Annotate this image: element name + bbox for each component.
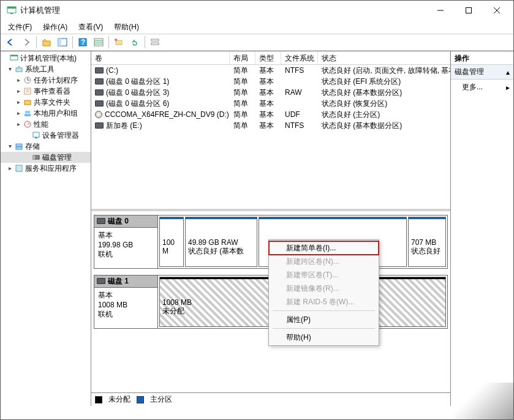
legend-bar: 未分配 主分区 (91, 392, 450, 406)
event-icon (23, 86, 32, 96)
diskmgmt-icon (31, 152, 41, 162)
volume-list[interactable]: 卷 布局 类型 文件系统 状态 (C:)简单基本NTFS状态良好 (启动, 页面… (91, 51, 450, 211)
menu-action[interactable]: 操作(A) (38, 20, 72, 34)
svg-point-31 (28, 111, 30, 113)
svg-rect-37 (16, 144, 22, 146)
disk0-title: 磁盘 0 (108, 216, 129, 227)
disk0-vol3[interactable]: 707 MB状态良好 (408, 217, 446, 267)
svg-rect-9 (58, 39, 61, 46)
tree-services[interactable]: 服务和应用程序 (25, 163, 77, 174)
forward-button[interactable] (19, 35, 34, 50)
ctx-new-simple-volume[interactable]: 新建简单卷(I)... (269, 241, 379, 255)
menu-view[interactable]: 查看(V) (74, 20, 108, 34)
menu-file[interactable]: 文件(F) (3, 20, 37, 34)
close-button[interactable] (483, 1, 511, 20)
help-button[interactable]: ? (75, 35, 90, 50)
show-hide-tree-button[interactable] (55, 35, 70, 50)
svg-rect-41 (16, 165, 22, 171)
expand-icon[interactable]: ▸ (14, 119, 23, 130)
settings-button[interactable] (111, 35, 126, 50)
collapse-icon: ▴ (506, 68, 510, 77)
ctx-new-raid5-volume: 新建 RAID-5 卷(W)... (269, 295, 379, 309)
disk0-info: 磁盘 0 基本 199.98 GB 联机 (94, 216, 158, 268)
view-button[interactable] (91, 35, 106, 50)
tree-event[interactable]: 事件查看器 (34, 86, 70, 97)
tree-perf[interactable]: 性能 (34, 119, 48, 130)
svg-rect-36 (35, 137, 37, 138)
window-title: 计算机管理 (20, 5, 60, 16)
disk-icon (97, 278, 105, 284)
svg-rect-4 (466, 8, 472, 13)
ctx-help[interactable]: 帮助(H) (269, 331, 379, 344)
table-row[interactable]: CCCOMA_X64FRE_ZH-CN_DV9 (D:)简单基本UDF状态良好 … (91, 109, 450, 120)
menu-help[interactable]: 帮助(H) (109, 20, 144, 34)
ctx-new-striped-volume: 新建带区卷(T)... (269, 268, 379, 282)
col-volume[interactable]: 卷 (91, 51, 230, 64)
cd-icon (95, 111, 102, 118)
volume-name: (磁盘 0 磁盘分区 6) (106, 99, 169, 109)
title-bar: 计算机管理 (1, 1, 513, 20)
col-layout[interactable]: 布局 (230, 51, 255, 64)
actions-more[interactable]: 更多...▸ (451, 80, 513, 95)
svg-rect-22 (16, 68, 22, 72)
table-row[interactable]: (磁盘 0 磁盘分区 1)简单基本状态良好 (EFI 系统分区) (91, 76, 450, 87)
tree-devmgr[interactable]: 设备管理器 (42, 130, 79, 141)
actions-header: 操作 (451, 51, 513, 65)
disk0-vol1[interactable]: 100 M (159, 217, 184, 267)
expand-icon[interactable]: ▾ (6, 64, 14, 75)
disk-icon (97, 218, 105, 224)
device-icon (31, 130, 41, 140)
app-icon (7, 6, 17, 15)
tree-storage[interactable]: 存储 (25, 141, 40, 152)
volume-name: (C:) (106, 66, 118, 75)
menu-bar: 文件(F) 操作(A) 查看(V) 帮助(H) (1, 20, 513, 34)
perf-icon (23, 119, 32, 129)
col-fs[interactable]: 文件系统 (281, 51, 318, 64)
ctx-new-spanned-volume: 新建跨区卷(N)... (269, 255, 379, 268)
tree-share[interactable]: 共享文件夹 (34, 97, 70, 108)
legend-primary: 主分区 (150, 394, 172, 405)
disk-icon (95, 67, 104, 73)
col-type[interactable]: 类型 (255, 51, 281, 64)
svg-rect-21 (10, 55, 18, 56)
navigation-tree[interactable]: 计算机管理(本地) ▾系统工具 ▸任务计划程序 ▸事件查看器 ▸共享文件夹 ▸本… (1, 51, 91, 406)
tree-systools[interactable]: 系统工具 (25, 64, 55, 75)
ctx-new-mirrored-volume: 新建镜像卷(R)... (269, 282, 379, 295)
tree-task[interactable]: 任务计划程序 (34, 75, 78, 86)
minimize-button[interactable] (426, 1, 455, 20)
ctx-properties[interactable]: 属性(P) (269, 313, 379, 326)
svg-point-30 (25, 111, 28, 113)
svg-text:?: ? (81, 38, 85, 47)
toolbar: ? (1, 34, 513, 51)
expand-icon[interactable]: ▸ (14, 86, 23, 97)
tree-root[interactable]: 计算机管理(本地) (20, 53, 77, 64)
computer-icon (9, 53, 19, 63)
menu-separator (273, 328, 375, 329)
expand-icon[interactable]: ▸ (14, 75, 23, 86)
expand-icon[interactable]: ▸ (14, 97, 23, 108)
actions-group-diskmgmt[interactable]: 磁盘管理▴ (451, 65, 513, 80)
list-header: 卷 布局 类型 文件系统 状态 (91, 51, 450, 65)
tree-users[interactable]: 本地用户和组 (34, 108, 78, 119)
svg-rect-40 (33, 156, 35, 159)
disk0-vol2[interactable]: 49.89 GB RAW状态良好 (基本数 (185, 217, 257, 267)
expand-icon[interactable]: ▸ (14, 108, 23, 119)
up-button[interactable] (39, 35, 54, 50)
table-row[interactable]: (磁盘 0 磁盘分区 3)简单基本RAW状态良好 (基本数据分区) (91, 87, 450, 98)
svg-rect-7 (43, 41, 50, 46)
tree-diskmgmt-row[interactable]: 磁盘管理 (1, 152, 91, 163)
refresh-button[interactable] (127, 35, 142, 50)
maximize-button[interactable] (455, 1, 483, 20)
table-row[interactable]: (磁盘 0 磁盘分区 6)简单基本状态良好 (恢复分区) (91, 98, 450, 109)
watermark (440, 383, 513, 419)
table-row[interactable]: 新加卷 (E:)简单基本NTFS状态良好 (基本数据分区) (91, 120, 450, 131)
list-view-button[interactable] (148, 35, 162, 50)
table-row[interactable]: (C:)简单基本NTFS状态良好 (启动, 页面文件, 故障转储, 基本 (91, 65, 450, 76)
expand-icon[interactable]: ▾ (6, 141, 14, 152)
disk1-title: 磁盘 1 (108, 276, 129, 287)
col-status[interactable]: 状态 (318, 51, 450, 64)
disk0-type: 基本 (98, 230, 155, 241)
volume-name: (磁盘 0 磁盘分区 3) (106, 88, 169, 98)
expand-icon[interactable]: ▸ (6, 163, 14, 174)
back-button[interactable] (3, 35, 18, 50)
